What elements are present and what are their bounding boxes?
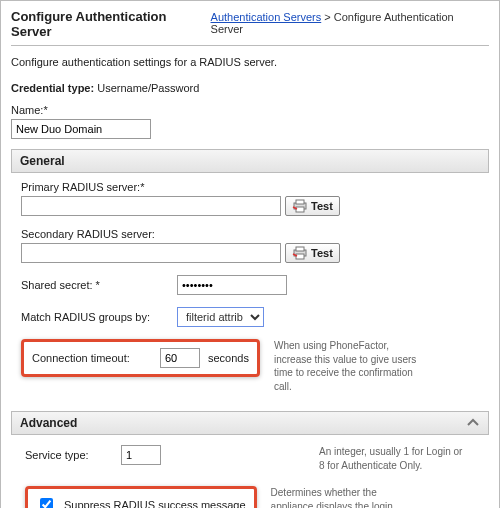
primary-server-label: Primary RADIUS server:* bbox=[21, 181, 479, 193]
shared-secret-field: Shared secret: * bbox=[21, 275, 479, 295]
section-body-general: Primary RADIUS server:* Test Secondary R… bbox=[11, 173, 489, 397]
timeout-row: Connection timeout: seconds When using P… bbox=[21, 339, 479, 393]
primary-server-field: Primary RADIUS server:* Test bbox=[21, 181, 479, 216]
svg-rect-4 bbox=[296, 247, 304, 251]
breadcrumb-link-auth-servers[interactable]: Authentication Servers bbox=[211, 11, 322, 23]
match-groups-field: Match RADIUS groups by: filterid attrib bbox=[21, 307, 479, 327]
printer-icon bbox=[292, 246, 308, 260]
credential-row: Credential type: Username/Password bbox=[11, 82, 489, 94]
timeout-input[interactable] bbox=[160, 348, 200, 368]
match-groups-label: Match RADIUS groups by: bbox=[21, 311, 171, 323]
name-row: Name:* bbox=[11, 104, 489, 139]
secondary-server-input[interactable] bbox=[21, 243, 281, 263]
printer-icon bbox=[292, 199, 308, 213]
svg-rect-5 bbox=[296, 254, 304, 259]
page-title: Configure Authentication Server bbox=[11, 9, 211, 39]
timeout-unit: seconds bbox=[208, 352, 249, 364]
suppress-checkbox[interactable] bbox=[40, 498, 53, 508]
suppress-note: Determines whether the appliance display… bbox=[271, 486, 421, 508]
primary-test-button[interactable]: Test bbox=[285, 196, 340, 216]
svg-rect-2 bbox=[296, 207, 304, 212]
timeout-note: When using PhoneFactor, increase this va… bbox=[274, 339, 424, 393]
match-groups-select[interactable]: filterid attrib bbox=[177, 307, 264, 327]
section-title-general: General bbox=[20, 154, 65, 168]
config-auth-server-page: Configure Authentication Server Authenti… bbox=[0, 0, 500, 508]
credential-value: Username/Password bbox=[97, 82, 199, 94]
suppress-highlight: Suppress RADIUS success message bbox=[25, 486, 257, 508]
primary-server-input[interactable] bbox=[21, 196, 281, 216]
secondary-server-label: Secondary RADIUS server: bbox=[21, 228, 479, 240]
section-head-general: General bbox=[11, 149, 489, 173]
breadcrumb-sep: > bbox=[321, 11, 334, 23]
svg-rect-1 bbox=[296, 200, 304, 204]
intro-text: Configure authentication settings for a … bbox=[11, 56, 489, 68]
service-type-note: An integer, usually 1 for Login or 8 for… bbox=[319, 445, 469, 472]
credential-label: Credential type: bbox=[11, 82, 94, 94]
section-head-advanced: Advanced bbox=[11, 411, 489, 435]
suppress-label: Suppress RADIUS success message bbox=[64, 499, 246, 509]
name-input[interactable] bbox=[11, 119, 151, 139]
chevron-up-icon[interactable] bbox=[466, 416, 480, 430]
name-label: Name:* bbox=[11, 104, 48, 116]
suppress-row: Suppress RADIUS success message Determin… bbox=[25, 486, 479, 508]
timeout-label: Connection timeout: bbox=[32, 352, 152, 364]
section-body-advanced: Service type: An integer, usually 1 for … bbox=[11, 435, 489, 508]
breadcrumb: Authentication Servers > Configure Authe… bbox=[211, 11, 489, 35]
service-type-row: Service type: An integer, usually 1 for … bbox=[25, 445, 479, 472]
service-type-input[interactable] bbox=[121, 445, 161, 465]
secondary-server-field: Secondary RADIUS server: Test bbox=[21, 228, 479, 263]
service-type-label: Service type: bbox=[25, 449, 115, 461]
secondary-test-button[interactable]: Test bbox=[285, 243, 340, 263]
test-button-label: Test bbox=[311, 247, 333, 259]
page-header: Configure Authentication Server Authenti… bbox=[11, 9, 489, 46]
test-button-label: Test bbox=[311, 200, 333, 212]
shared-secret-input[interactable] bbox=[177, 275, 287, 295]
section-title-advanced: Advanced bbox=[20, 416, 77, 430]
timeout-highlight: Connection timeout: seconds bbox=[21, 339, 260, 377]
shared-secret-label: Shared secret: * bbox=[21, 279, 171, 291]
